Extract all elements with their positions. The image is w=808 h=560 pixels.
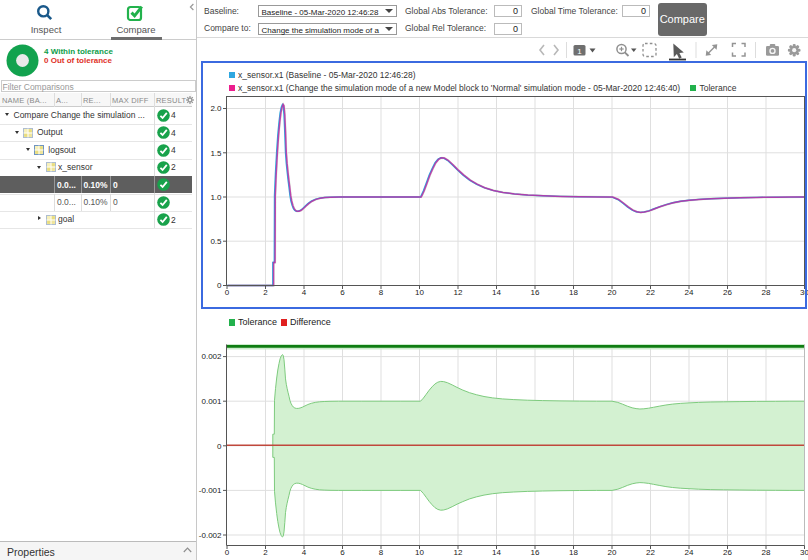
svg-text:30: 30: [800, 288, 808, 297]
svg-text:0.001: 0.001: [201, 397, 222, 406]
svg-text:26: 26: [723, 548, 732, 557]
svg-text:-0.002: -0.002: [199, 531, 222, 540]
svg-text:0: 0: [217, 281, 222, 290]
svg-text:4: 4: [302, 548, 307, 557]
svg-text:20: 20: [608, 548, 617, 557]
svg-text:20: 20: [608, 288, 617, 297]
svg-text:10: 10: [415, 288, 424, 297]
svg-text:16: 16: [531, 548, 540, 557]
svg-text:-0.001: -0.001: [199, 486, 222, 495]
svg-text:10: 10: [415, 548, 424, 557]
svg-text:2: 2: [263, 548, 268, 557]
svg-text:8: 8: [379, 288, 384, 297]
svg-text:14: 14: [492, 288, 501, 297]
svg-text:26: 26: [723, 288, 732, 297]
svg-text:18: 18: [569, 548, 578, 557]
svg-text:22: 22: [646, 288, 655, 297]
svg-text:0: 0: [217, 442, 222, 451]
svg-text:28: 28: [762, 548, 771, 557]
svg-text:6: 6: [340, 288, 345, 297]
svg-text:6: 6: [340, 548, 345, 557]
svg-text:0: 0: [225, 548, 230, 557]
svg-text:2: 2: [263, 288, 268, 297]
svg-text:14: 14: [492, 548, 501, 557]
svg-text:0.5: 0.5: [210, 237, 222, 246]
svg-text:12: 12: [454, 548, 463, 557]
svg-text:2.0: 2.0: [210, 104, 222, 113]
svg-text:16: 16: [531, 288, 540, 297]
svg-text:24: 24: [685, 288, 694, 297]
svg-text:4: 4: [302, 288, 307, 297]
svg-text:1.5: 1.5: [210, 149, 222, 158]
svg-text:30: 30: [800, 548, 808, 557]
svg-text:0.002: 0.002: [201, 352, 222, 361]
svg-text:22: 22: [646, 548, 655, 557]
svg-text:8: 8: [379, 548, 384, 557]
svg-text:12: 12: [454, 288, 463, 297]
svg-text:18: 18: [569, 288, 578, 297]
svg-text:1.0: 1.0: [210, 193, 222, 202]
svg-text:24: 24: [685, 548, 694, 557]
svg-text:28: 28: [762, 288, 771, 297]
svg-text:0: 0: [225, 288, 230, 297]
